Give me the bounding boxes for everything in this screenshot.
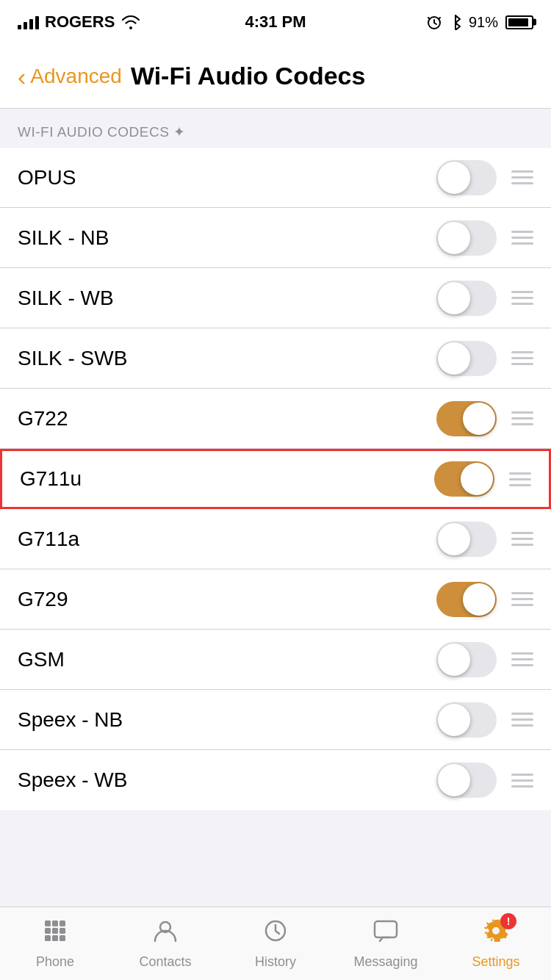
settings-icon-container: ! [483, 918, 509, 950]
status-bar: ROGERS 4:31 PM 91% [0, 0, 551, 44]
contacts-icon [152, 918, 179, 950]
status-time: 4:31 PM [245, 12, 306, 32]
drag-handle-icon[interactable] [511, 713, 533, 727]
codec-label: Speex - NB [18, 708, 123, 732]
codec-list: OPUSSILK - NBSILK - WBSILK - SWBG722G711… [0, 148, 551, 810]
codec-toggle[interactable] [436, 401, 497, 436]
codec-controls [436, 582, 533, 617]
codec-row-g729: G729 [0, 569, 551, 630]
tab-phone[interactable]: Phone [4, 918, 107, 970]
tab-settings[interactable]: ! Settings [444, 918, 547, 970]
battery-icon [505, 15, 533, 29]
codec-controls [436, 642, 533, 677]
svg-rect-7 [45, 935, 51, 941]
codec-row-gsm: GSM [0, 630, 551, 690]
back-label: Advanced [30, 65, 122, 88]
drag-handle-icon[interactable] [511, 170, 533, 184]
codec-label: SILK - NB [18, 226, 109, 250]
codec-controls [436, 763, 533, 798]
codec-row-speex-nb: Speex - NB [0, 690, 551, 750]
codec-toggle[interactable] [434, 461, 494, 497]
tab-messaging[interactable]: Messaging [334, 918, 437, 970]
svg-rect-3 [60, 920, 65, 926]
codec-toggle[interactable] [436, 702, 497, 738]
codec-toggle[interactable] [436, 281, 497, 316]
codec-row-speex-wb: Speex - WB [0, 750, 551, 810]
codec-label: Speex - WB [18, 768, 127, 792]
codec-toggle[interactable] [436, 763, 497, 798]
alarm-icon [426, 14, 442, 30]
toggle-knob [438, 162, 470, 194]
battery-percent: 91% [469, 14, 498, 31]
svg-rect-9 [60, 935, 65, 941]
page-title: Wi-Fi Audio Codecs [131, 62, 366, 90]
codec-controls [436, 281, 533, 316]
tab-settings-label: Settings [472, 954, 519, 970]
carrier-label: ROGERS [45, 12, 115, 32]
svg-point-14 [492, 927, 500, 934]
back-chevron-icon: ‹ [18, 64, 26, 89]
toggle-knob [438, 342, 470, 375]
history-icon [262, 918, 289, 950]
svg-rect-1 [45, 920, 51, 926]
tab-contacts-label: Contacts [139, 954, 191, 970]
codec-row-silk-wb: SILK - WB [0, 268, 551, 328]
toggle-knob [438, 644, 470, 676]
codec-row-g711u: G711u [0, 449, 551, 509]
codec-label: SILK - SWB [18, 347, 127, 370]
svg-rect-6 [60, 928, 65, 934]
back-button[interactable]: ‹ Advanced [18, 64, 122, 89]
codec-row-opus: OPUS [0, 148, 551, 208]
codec-label: G711a [18, 527, 79, 551]
drag-handle-icon[interactable] [511, 411, 533, 425]
svg-rect-4 [45, 928, 51, 934]
messaging-icon [372, 918, 399, 950]
codec-toggle[interactable] [436, 582, 497, 617]
codec-toggle[interactable] [436, 522, 497, 557]
phone-icon [42, 918, 68, 950]
toggle-knob [438, 282, 470, 314]
drag-handle-icon[interactable] [511, 291, 533, 305]
codec-controls [436, 341, 533, 376]
codec-toggle[interactable] [436, 160, 497, 195]
codec-toggle[interactable] [436, 220, 497, 256]
codec-label: GSM [18, 648, 65, 671]
status-right: 91% [426, 14, 533, 31]
tab-history[interactable]: History [224, 918, 327, 970]
tab-messaging-label: Messaging [353, 954, 417, 970]
svg-rect-12 [375, 921, 397, 937]
section-header: WI-FI AUDIO CODECS ✦ [0, 109, 551, 148]
codec-toggle[interactable] [436, 341, 497, 376]
drag-handle-icon[interactable] [511, 231, 533, 245]
drag-handle-icon[interactable] [511, 652, 533, 666]
codec-label: SILK - WB [18, 287, 114, 310]
codec-controls [436, 220, 533, 256]
drag-handle-icon[interactable] [509, 472, 531, 486]
drag-handle-icon[interactable] [511, 351, 533, 365]
codec-toggle[interactable] [436, 642, 497, 677]
tab-phone-label: Phone [36, 954, 74, 970]
drag-handle-icon[interactable] [511, 774, 533, 788]
codec-row-silk-swb: SILK - SWB [0, 328, 551, 389]
toggle-knob [461, 463, 493, 495]
toggle-knob [438, 523, 470, 555]
tab-history-label: History [255, 954, 296, 970]
toggle-knob [438, 764, 470, 796]
toggle-knob [463, 403, 495, 435]
drag-handle-icon[interactable] [511, 532, 533, 546]
wifi-icon [120, 14, 141, 30]
codec-row-silk-nb: SILK - NB [0, 208, 551, 268]
codec-controls [436, 702, 533, 738]
tab-bar: Phone Contacts History Messaging [0, 907, 551, 980]
drag-handle-icon[interactable] [511, 592, 533, 606]
codec-label: OPUS [18, 166, 76, 190]
settings-badge: ! [500, 913, 516, 929]
codec-label: G722 [18, 407, 68, 430]
toggle-knob [438, 704, 470, 736]
nav-header: ‹ Advanced Wi-Fi Audio Codecs [0, 44, 551, 109]
svg-rect-2 [52, 920, 58, 926]
svg-rect-5 [52, 928, 58, 934]
tab-contacts[interactable]: Contacts [114, 918, 217, 970]
codec-row-g711a: G711a [0, 509, 551, 569]
toggle-knob [438, 222, 470, 254]
